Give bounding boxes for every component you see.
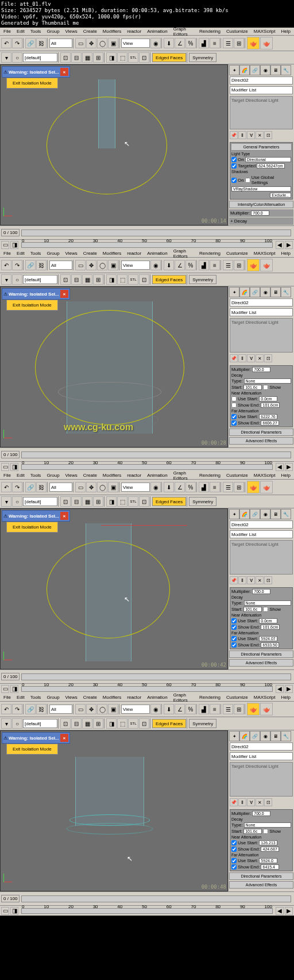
mirror-button[interactable]: ▟	[199, 38, 209, 48]
decay-start[interactable]: 101.6c	[243, 829, 262, 834]
timeline-track[interactable]	[21, 673, 291, 680]
symmetry-button[interactable]: Symmetry	[189, 497, 216, 506]
undo-button[interactable]: ↶	[1, 482, 11, 492]
schematic-button[interactable]: ⊞	[234, 260, 244, 270]
remove-button[interactable]: ✕	[256, 131, 264, 139]
edged-faces-button[interactable]: Edged Faces	[152, 497, 186, 506]
near-end[interactable]: 101.6cm	[261, 403, 280, 408]
motion-tab[interactable]: ◉	[260, 65, 270, 75]
t5[interactable]: ◨	[106, 496, 117, 507]
menu-views[interactable]: Views	[63, 694, 80, 700]
sb4[interactable]: ▶	[285, 241, 293, 249]
sb2[interactable]: ◨	[10, 463, 18, 471]
show-button[interactable]: Ⅱ	[238, 131, 246, 139]
menu-help[interactable]: Help	[279, 694, 293, 700]
percent-snap-button[interactable]: %	[185, 260, 196, 270]
menu-customize[interactable]: Customize	[224, 694, 250, 700]
menu-reactor[interactable]: reactor	[125, 472, 144, 478]
warning-close-button[interactable]: ×	[60, 68, 68, 76]
dp-rollout-header[interactable]: Directional Parameters	[229, 872, 293, 880]
sb2[interactable]: ◨	[10, 907, 18, 915]
pin-button[interactable]: 📌	[230, 798, 238, 806]
menu-reactor[interactable]: reactor	[125, 28, 144, 35]
t7[interactable]: ⊡	[139, 496, 149, 507]
layers-button[interactable]: ☰	[223, 704, 233, 714]
near-start[interactable]: 0.0cm	[259, 618, 277, 623]
menu-modifiers[interactable]: Modifiers	[100, 694, 123, 700]
shadow-type-dd[interactable]: VRayShadow	[231, 186, 291, 192]
t7[interactable]: ⊡	[139, 52, 149, 63]
menu-modifiers[interactable]: Modifiers	[100, 250, 123, 257]
menu-edit[interactable]: Edit	[14, 472, 27, 478]
select-button[interactable]: ▭	[75, 260, 86, 270]
config-button[interactable]: ⊡	[264, 354, 272, 362]
center-button[interactable]: ◉	[150, 482, 161, 492]
modifier-stack[interactable]: Target Directional Light	[230, 762, 293, 797]
link-button[interactable]: 🔗	[25, 260, 36, 270]
mirror-button[interactable]: ▟	[199, 482, 209, 492]
so-button[interactable]: ▾	[1, 496, 11, 507]
angle-snap-button[interactable]: ∠	[175, 482, 185, 492]
so-button[interactable]: ▾	[1, 52, 11, 63]
modifier-stack[interactable]: Target Directional Light	[230, 318, 293, 353]
viewport[interactable]: ⚠Warning: Isolated Sel...× Exit Isolatio…	[0, 508, 228, 669]
iso-button[interactable]: ○	[12, 52, 22, 63]
motion-tab[interactable]: ◉	[260, 287, 270, 297]
timeline[interactable]: 0 / 100	[0, 891, 294, 905]
schematic-button[interactable]: ⊞	[234, 704, 244, 714]
menu-group[interactable]: Group	[44, 250, 61, 257]
exit-isolation-button[interactable]: Exit Isolation Mode	[6, 744, 58, 755]
decay-start[interactable]: 101.6c	[243, 607, 262, 612]
layers-button[interactable]: ☰	[223, 482, 233, 492]
center-button[interactable]: ◉	[150, 38, 161, 48]
motion-tab[interactable]: ◉	[260, 509, 270, 519]
filter-dropdown[interactable]: All	[49, 39, 72, 48]
menu-rendering[interactable]: Rendering	[197, 472, 223, 478]
t5[interactable]: ◨	[106, 718, 117, 729]
display-tab[interactable]: 🖥	[270, 65, 281, 75]
rotate-button[interactable]: ◯	[97, 482, 107, 492]
move-button[interactable]: ✥	[86, 482, 96, 492]
menu-modifiers[interactable]: Modifiers	[100, 28, 123, 35]
center-button[interactable]: ◉	[150, 260, 161, 270]
layers-button[interactable]: ☰	[223, 260, 233, 270]
unlink-button[interactable]: ⛓	[36, 260, 47, 270]
menu-maxscript[interactable]: MAXScript	[252, 250, 278, 257]
align-button[interactable]: ≡	[210, 704, 220, 714]
utilities-tab[interactable]: 🔧	[281, 65, 291, 75]
sb4[interactable]: ▶	[285, 907, 293, 915]
modifier-list[interactable]: Modifier List	[230, 86, 293, 94]
config-button[interactable]: ⊡	[264, 798, 272, 806]
targeted-checkbox[interactable]	[231, 163, 237, 169]
object-name-field[interactable]: Direct02	[230, 520, 293, 529]
t6[interactable]: ⬚	[117, 718, 127, 729]
modify-tab[interactable]: 🌈	[239, 731, 250, 741]
unique-button[interactable]: ∀	[247, 354, 255, 362]
t2[interactable]: ⊟	[71, 52, 82, 63]
warning-close-button[interactable]: ×	[60, 290, 68, 298]
menu-views[interactable]: Views	[63, 28, 80, 35]
ica-rollout-header[interactable]: Intensity/Color/Attenuation	[229, 201, 293, 208]
timeline[interactable]: 0 / 100	[0, 447, 294, 461]
mult-value[interactable]: 700.0	[251, 210, 269, 216]
far-start[interactable]: 5924.07	[259, 636, 277, 641]
quick-render-button[interactable]: 🫖	[260, 481, 273, 493]
menu-file[interactable]: File	[1, 694, 13, 700]
menu-edit[interactable]: Edit	[14, 694, 27, 700]
create-tab[interactable]: ✦	[229, 287, 239, 297]
rollout-header[interactable]: General Parameters	[231, 143, 292, 151]
near-use-cb[interactable]	[231, 618, 237, 623]
t1[interactable]: ⊡	[60, 718, 71, 729]
near-start[interactable]: 126.213	[259, 840, 277, 845]
snap-button[interactable]: ⬇	[164, 260, 174, 270]
render-button[interactable]: 🫖	[247, 703, 260, 715]
pin-button[interactable]: 📌	[230, 131, 238, 139]
unlink-button[interactable]: ⛓	[36, 704, 47, 714]
t4[interactable]: ⊞	[93, 496, 103, 507]
utilities-tab[interactable]: 🔧	[281, 731, 291, 741]
pin-button[interactable]: 📌	[230, 354, 238, 362]
show-button[interactable]: Ⅱ	[238, 576, 246, 584]
far-use-cb[interactable]	[231, 414, 237, 419]
menu-file[interactable]: File	[1, 472, 13, 478]
iso-button[interactable]: ○	[12, 718, 22, 729]
